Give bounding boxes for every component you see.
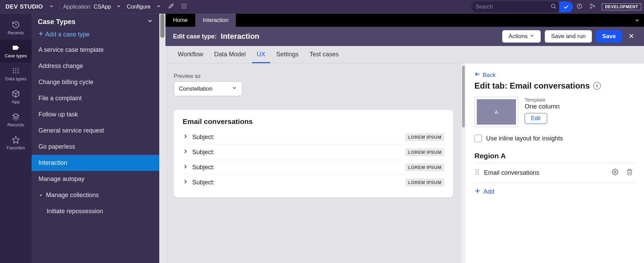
svg-point-19 [13, 68, 14, 69]
preview-scrollbar[interactable] [461, 64, 465, 263]
subtab-test-cases[interactable]: Test cases [305, 46, 344, 63]
rail-app[interactable]: App [0, 85, 32, 108]
region-item[interactable]: Email conversations [474, 163, 635, 183]
case-type-item[interactable]: Manage autopay [32, 171, 159, 187]
drag-handle-icon[interactable] [475, 169, 479, 177]
preview-row[interactable]: Subject: LOREM IPSUM [183, 160, 444, 175]
grid-apps-icon[interactable] [177, 1, 191, 12]
explorer-collapse-chevron[interactable] [147, 18, 153, 26]
case-type-item[interactable]: General service request [32, 123, 159, 139]
save-button[interactable]: Save [596, 30, 622, 43]
svg-point-8 [183, 8, 184, 9]
application-label: Application: [62, 4, 92, 10]
svg-point-37 [478, 170, 479, 171]
rail-label: Records [1, 122, 30, 127]
svg-point-14 [579, 5, 580, 5]
region-add-link[interactable]: Add [474, 188, 494, 196]
case-type-item[interactable]: Follow up task [32, 106, 159, 123]
case-type-item-selected[interactable]: Interaction [32, 155, 159, 171]
tabstrip-expand-chevron[interactable] [630, 14, 644, 27]
svg-point-6 [185, 6, 186, 7]
brand-menu-chevron[interactable] [46, 2, 57, 11]
lorem-chip: LOREM IPSUM [405, 133, 444, 141]
case-type-item[interactable]: Go paperless [32, 139, 159, 155]
subtab-ux[interactable]: UX [252, 46, 270, 63]
lorem-chip: LOREM IPSUM [405, 148, 444, 156]
branch-icon[interactable] [586, 1, 599, 12]
template-edit-button[interactable]: Edit [525, 113, 547, 124]
checkbox-label: Use inline layout for insights [486, 135, 563, 142]
rail-recents[interactable]: Recents [0, 16, 32, 39]
save-and-run-button[interactable]: Save and run [545, 30, 592, 43]
actions-button[interactable]: Actions [502, 30, 541, 43]
chevron-right-icon [183, 164, 188, 171]
case-type-item-expandable[interactable]: Manage collections [32, 187, 159, 203]
search-input[interactable] [475, 4, 550, 10]
case-type-item[interactable]: A service case template [32, 42, 159, 58]
tab-interaction[interactable]: Interaction [195, 14, 236, 27]
preview-card-title: Email conversations [183, 117, 444, 126]
global-search[interactable] [471, 1, 561, 12]
divider [59, 3, 60, 11]
configure-menu-chevron[interactable] [153, 2, 164, 11]
subject-label: Subject: [192, 149, 215, 156]
info-icon[interactable] [573, 1, 586, 12]
workarea: Home Interaction Edit case type: Interac… [165, 14, 644, 263]
rocket-icon[interactable] [164, 1, 177, 12]
preview-row[interactable]: Subject: LOREM IPSUM [183, 130, 444, 145]
preview-as-select[interactable]: Constellation [174, 81, 242, 96]
svg-point-3 [185, 4, 186, 5]
chevron-down-icon [49, 4, 54, 10]
svg-marker-29 [12, 136, 19, 143]
add-case-type-link[interactable]: Add a case type [32, 28, 159, 42]
inline-layout-checkbox[interactable]: Use inline layout for insights [474, 135, 635, 142]
region-item-settings-button[interactable] [610, 167, 620, 179]
chevron-right-icon [183, 134, 188, 141]
svg-marker-32 [40, 195, 42, 196]
region-item-delete-button[interactable] [625, 167, 634, 179]
configure-link[interactable]: Configure [125, 4, 152, 10]
preview-row[interactable]: Subject: LOREM IPSUM [183, 145, 444, 160]
svg-point-17 [594, 5, 595, 7]
explorer-scrollbar[interactable] [159, 14, 165, 263]
svg-point-25 [13, 72, 14, 73]
template-thumbnail: A [474, 97, 518, 127]
svg-point-15 [590, 4, 592, 5]
svg-point-39 [478, 172, 479, 173]
explorer-panel: Case Types Add a case type A service cas… [32, 14, 159, 263]
layers-icon [1, 113, 30, 121]
left-rail: Recents Case types Data types App Record… [0, 14, 32, 263]
history-icon [1, 21, 30, 29]
rail-label: Case types [1, 53, 30, 58]
subtab-settings[interactable]: Settings [272, 46, 303, 63]
preview-row[interactable]: Subject: LOREM IPSUM [183, 175, 444, 190]
case-type-subitem[interactable]: Initiate repossession [32, 203, 159, 219]
subtab-workflow[interactable]: Workflow [173, 46, 208, 63]
application-name[interactable]: CSApp [92, 4, 113, 10]
template-value: One column [525, 103, 560, 110]
explorer-title: Case Types [38, 18, 76, 26]
application-menu-chevron[interactable] [113, 2, 125, 11]
subject-label: Subject: [192, 164, 215, 171]
back-link[interactable]: Back [474, 71, 496, 79]
svg-point-4 [182, 6, 183, 7]
tab-home[interactable]: Home [165, 14, 195, 27]
case-type-item[interactable]: Address change [32, 58, 159, 74]
case-type-item[interactable]: Change billing cycle [32, 74, 159, 90]
svg-point-26 [15, 72, 16, 73]
subtab-data-model[interactable]: Data Model [209, 46, 251, 63]
chevron-right-icon [183, 149, 188, 156]
edit-header-label: Edit case type: [173, 33, 217, 40]
preview-as-label: Preview as [174, 73, 453, 79]
plus-icon [474, 188, 481, 196]
preview-card: Email conversations Subject: LOREM IPSUM… [174, 110, 453, 197]
info-icon[interactable]: i [593, 82, 601, 90]
rail-favorites[interactable]: Favorites [0, 132, 32, 155]
close-button[interactable] [626, 31, 636, 42]
case-type-item[interactable]: File a complaint [32, 90, 159, 106]
confirm-button[interactable] [559, 1, 573, 12]
rail-data-types[interactable]: Data types [0, 62, 32, 85]
svg-point-40 [476, 174, 477, 175]
rail-case-types[interactable]: Case types [0, 39, 32, 62]
rail-records[interactable]: Records [0, 108, 32, 132]
